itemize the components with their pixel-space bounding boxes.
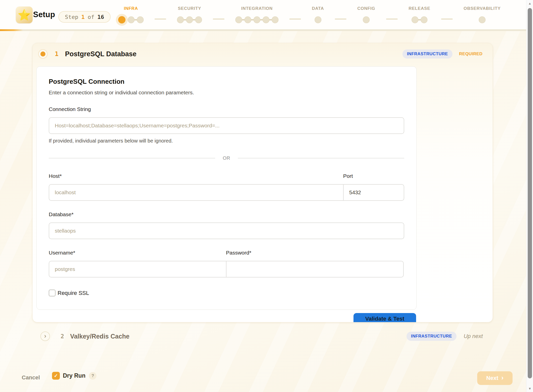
step-total: 16 bbox=[97, 14, 104, 20]
valkey-redis-section-row[interactable]: › 2 Valkey/Redis Cache INFRASTRUCTURE Up… bbox=[32, 328, 493, 345]
stepper-group-label: CONFIG bbox=[357, 6, 375, 11]
require-ssl-row: Require SSL bbox=[49, 290, 404, 296]
password-input[interactable] bbox=[226, 261, 404, 277]
stepper-connector bbox=[155, 18, 166, 20]
stepper-connector bbox=[441, 18, 453, 20]
username-input[interactable] bbox=[49, 261, 226, 277]
step-prefix: Step bbox=[65, 14, 78, 20]
dry-run-toggle: ✓ Dry Run ? bbox=[52, 372, 96, 380]
form-subheading: Enter a connection string or individual … bbox=[49, 90, 404, 96]
next-section-meta: INFRASTRUCTURE Up next bbox=[407, 332, 483, 341]
app-logo-icon: ⭐ bbox=[16, 7, 33, 23]
wizard-footer: Cancel ✓ Dry Run ? Next › bbox=[0, 368, 533, 392]
connection-form: PostgreSQL Connection Enter a connection… bbox=[36, 66, 417, 310]
password-field-group: Password* bbox=[226, 239, 404, 277]
stepper-group-label: INFRA bbox=[124, 6, 138, 11]
port-input[interactable] bbox=[343, 184, 404, 201]
step-dot-active bbox=[118, 16, 125, 23]
section-badges: INFRASTRUCTURE REQUIRED bbox=[402, 49, 483, 59]
step-dot bbox=[253, 16, 260, 23]
username-label: Username* bbox=[49, 250, 226, 256]
stepper-group-data: DATA bbox=[312, 6, 324, 25]
stepper-group-label: DATA bbox=[312, 6, 324, 11]
next-button[interactable]: Next › bbox=[477, 371, 513, 385]
stepper-dots bbox=[412, 15, 427, 25]
chevron-right-icon[interactable]: › bbox=[40, 331, 50, 341]
step-dot bbox=[244, 16, 251, 23]
host-field-group: Host* bbox=[49, 162, 344, 201]
stepper-group-integration: INTEGRATION bbox=[235, 6, 278, 25]
step-dot bbox=[235, 16, 242, 23]
next-section-index: 2 bbox=[61, 333, 64, 340]
or-divider: OR bbox=[49, 155, 404, 161]
stepper-connector bbox=[335, 18, 346, 20]
app-header: ⭐ Setup Step 1 of 16 INFRASECURITYINTEGR… bbox=[0, 0, 533, 31]
stepper-dots bbox=[235, 15, 278, 25]
host-port-row: Host* Port bbox=[49, 162, 404, 201]
step-dot bbox=[177, 16, 184, 23]
stepper-group-label: INTEGRATION bbox=[241, 6, 273, 11]
stepper-group-label: OBSERVABILITY bbox=[464, 6, 501, 11]
port-field-group: Port bbox=[343, 162, 404, 201]
infrastructure-badge: INFRASTRUCTURE bbox=[402, 49, 452, 59]
stepper-connector bbox=[213, 18, 224, 20]
vertical-scrollbar[interactable]: ▲ ▼ bbox=[526, 0, 533, 392]
connection-string-input[interactable] bbox=[49, 117, 404, 134]
form-heading: PostgreSQL Connection bbox=[49, 78, 404, 86]
require-ssl-label: Require SSL bbox=[58, 290, 89, 296]
stepper-group-label: SECURITY bbox=[178, 6, 201, 11]
next-button-label: Next bbox=[486, 375, 498, 381]
connection-string-label: Connection String bbox=[49, 106, 404, 112]
database-label: Database* bbox=[49, 211, 404, 217]
password-label: Password* bbox=[226, 250, 404, 256]
progress-bar bbox=[0, 29, 533, 31]
step-dot bbox=[186, 16, 193, 23]
page-title: Setup bbox=[33, 10, 55, 19]
host-label: Host* bbox=[49, 173, 344, 179]
stepper-group-security: SECURITY bbox=[177, 6, 202, 25]
dry-run-checkbox[interactable]: ✓ bbox=[52, 372, 60, 380]
stepper-group-observability: OBSERVABILITY bbox=[464, 6, 501, 25]
scrollbar-thumb[interactable] bbox=[528, 8, 532, 378]
stepper-dots bbox=[177, 15, 202, 25]
stepper-dots bbox=[479, 15, 486, 25]
stepper-dots bbox=[118, 15, 144, 25]
step-dot bbox=[412, 16, 418, 23]
step-dot bbox=[263, 16, 269, 23]
step-dot bbox=[137, 16, 144, 23]
section-title: PostgreSQL Database bbox=[65, 50, 136, 58]
scroll-up-icon[interactable]: ▲ bbox=[526, 2, 533, 5]
stepper-group-release: RELEASE bbox=[409, 6, 430, 25]
step-dot bbox=[195, 16, 202, 23]
divider-line bbox=[238, 158, 404, 158]
step-current: 1 bbox=[81, 14, 85, 20]
infrastructure-badge: INFRASTRUCTURE bbox=[407, 332, 456, 341]
postgresql-section-card: 1 PostgreSQL Database INFRASTRUCTURE REQ… bbox=[32, 43, 493, 322]
step-dot bbox=[272, 16, 278, 23]
step-dot bbox=[479, 16, 486, 23]
username-field-group: Username* bbox=[49, 239, 226, 277]
next-section-title: Valkey/Redis Cache bbox=[70, 333, 130, 340]
step-dot bbox=[128, 16, 135, 23]
require-ssl-checkbox[interactable] bbox=[49, 290, 56, 296]
section-header[interactable]: 1 PostgreSQL Database INFRASTRUCTURE REQ… bbox=[33, 43, 493, 64]
validate-test-button[interactable]: Validate & Test bbox=[353, 313, 416, 322]
dry-run-label: Dry Run bbox=[63, 372, 85, 379]
up-next-status: Up next bbox=[464, 333, 483, 340]
help-icon[interactable]: ? bbox=[89, 372, 96, 380]
step-dot bbox=[421, 16, 427, 23]
cancel-button[interactable]: Cancel bbox=[22, 374, 40, 381]
stepper-dots bbox=[315, 15, 321, 25]
wizard-stepper: INFRASECURITYINTEGRATIONDATACONFIGRELEAS… bbox=[118, 6, 501, 28]
divider-text: OR bbox=[223, 155, 230, 161]
scroll-down-icon[interactable]: ▼ bbox=[526, 387, 533, 390]
step-dot bbox=[315, 16, 321, 23]
port-label: Port bbox=[343, 173, 404, 179]
host-input[interactable] bbox=[49, 184, 344, 201]
progress-bar-fill bbox=[0, 29, 23, 31]
database-input[interactable] bbox=[49, 222, 404, 239]
required-badge: REQUIRED bbox=[459, 51, 483, 57]
active-step-radio-icon bbox=[38, 49, 48, 59]
step-dot bbox=[363, 16, 370, 23]
radio-dot bbox=[40, 51, 45, 57]
